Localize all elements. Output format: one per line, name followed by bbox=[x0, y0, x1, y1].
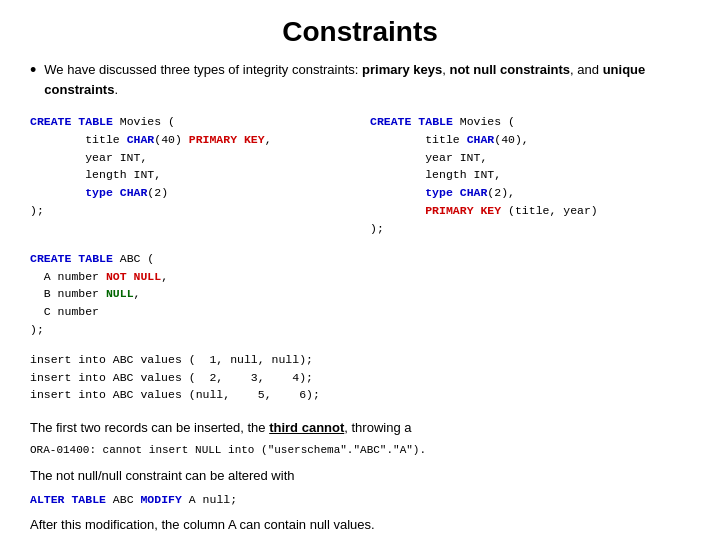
code-abc: CREATE TABLE ABC ( A number NOT NULL, B … bbox=[30, 250, 690, 339]
bullet-text: We have discussed three types of integri… bbox=[44, 60, 690, 99]
page-title: Constraints bbox=[30, 16, 690, 48]
code-left-line1: CREATE TABLE Movies ( title CHAR(40) PRI… bbox=[30, 115, 272, 217]
bullet-dot: • bbox=[30, 60, 36, 82]
alter-line: ALTER TABLE ABC MODIFY A null; bbox=[30, 491, 690, 509]
prose-third-cannot: The first two records can be inserted, t… bbox=[30, 418, 690, 438]
code-left: CREATE TABLE Movies ( title CHAR(40) PRI… bbox=[30, 113, 350, 238]
bold-not-null: not null constraints bbox=[449, 62, 570, 77]
code-right: CREATE TABLE Movies ( title CHAR(40), ye… bbox=[370, 113, 690, 238]
prose-not-null: The not null/null constraint can be alte… bbox=[30, 466, 690, 486]
bullet-section: • We have discussed three types of integ… bbox=[30, 60, 690, 99]
page: Constraints • We have discussed three ty… bbox=[0, 0, 720, 540]
third-cannot-text: third cannot bbox=[269, 420, 344, 435]
code-columns: CREATE TABLE Movies ( title CHAR(40) PRI… bbox=[30, 113, 690, 238]
prose-after-modification: After this modification, the column A ca… bbox=[30, 515, 690, 535]
insert-block: insert into ABC values ( 1, null, null);… bbox=[30, 351, 690, 404]
bold-primary-keys: primary keys bbox=[362, 62, 442, 77]
code-right-content: CREATE TABLE Movies ( title CHAR(40), ye… bbox=[370, 115, 598, 235]
ora-error-line: ORA-01400: cannot insert NULL into ("use… bbox=[30, 444, 690, 456]
